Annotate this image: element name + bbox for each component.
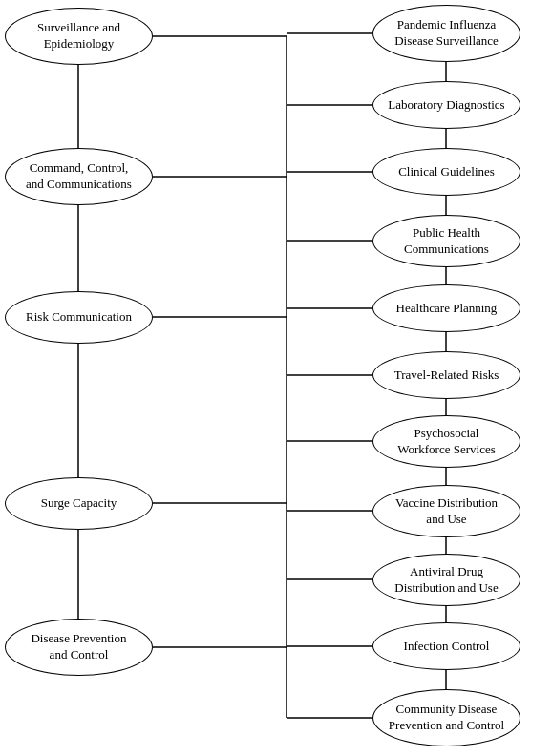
node-public-health-comm: Public HealthCommunications: [372, 215, 520, 267]
node-healthcare-planning: Healthcare Planning: [372, 284, 520, 332]
node-risk-communication: Risk Communication: [5, 291, 153, 344]
node-psychosocial: PsychosocialWorkforce Services: [372, 415, 520, 468]
node-command: Command, Control,and Communications: [5, 148, 153, 205]
node-pandemic-surveillance: Pandemic InfluenzaDisease Surveillance: [372, 5, 520, 62]
node-community-prevention: Community DiseasePrevention and Control: [372, 689, 520, 746]
node-disease-prevention: Disease Preventionand Control: [5, 619, 153, 676]
node-travel-risks: Travel-Related Risks: [372, 351, 520, 399]
node-laboratory-diagnostics: Laboratory Diagnostics: [372, 81, 520, 129]
node-antiviral: Antiviral DrugDistribution and Use: [372, 554, 520, 606]
node-clinical-guidelines: Clinical Guidelines: [372, 148, 520, 196]
node-vaccine-distribution: Vaccine Distributionand Use: [372, 485, 520, 537]
diagram-container: Surveillance and Epidemiology Command, C…: [0, 0, 552, 756]
node-infection-control: Infection Control: [372, 622, 520, 670]
node-surveillance: Surveillance and Epidemiology: [5, 8, 153, 65]
node-surge-capacity: Surge Capacity: [5, 477, 153, 530]
